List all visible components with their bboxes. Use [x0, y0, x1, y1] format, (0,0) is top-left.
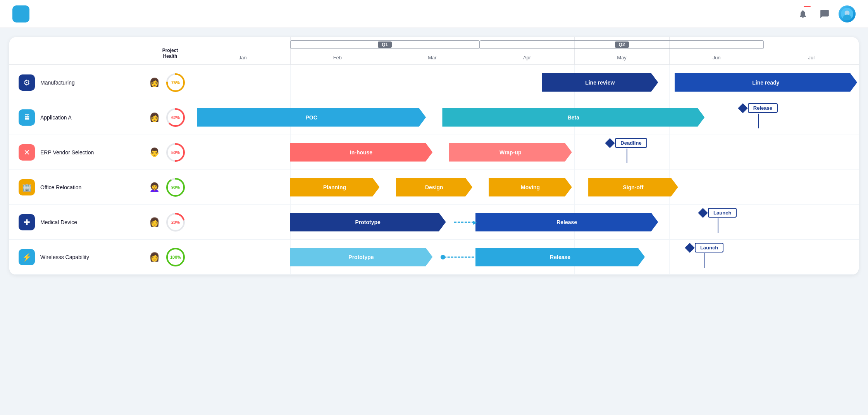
health-value-application-a: 62% — [171, 115, 180, 120]
health-circle-medical-device: 20% — [165, 212, 186, 232]
gantt-header: Q1 Q2 Jan Feb Mar Apr May Jun Jul — [195, 37, 859, 65]
projects-column: ProjectHealth ⚙ Manufacturing 👩 75% 🖥 Ap… — [9, 37, 195, 275]
project-icon-wireless: ⚡ — [19, 249, 35, 265]
gantt-bar-wireless-prototype[interactable]: Prototype — [290, 248, 433, 266]
gantt-bar-erp-vendor-in-house[interactable]: In-house — [290, 143, 433, 162]
milestone-diamond-medical-device — [698, 208, 708, 218]
header-actions — [795, 5, 856, 22]
month-jan: Jan — [195, 55, 290, 61]
notification-button[interactable] — [795, 6, 811, 22]
milestone-erp-vendor: Deadline — [606, 138, 647, 163]
user-avatar[interactable] — [839, 5, 856, 22]
q2-label: Q2 — [615, 42, 629, 48]
project-icon-office-relocation: 🏢 — [19, 179, 35, 195]
gantt-row-wireless: PrototypeRelease Launch — [195, 240, 859, 275]
project-name-office-relocation: Office Relocation — [40, 184, 148, 190]
health-value-office-relocation: 90% — [171, 185, 180, 190]
gantt-bar-application-a-poc[interactable]: POC — [197, 108, 426, 127]
main-content: ProjectHealth ⚙ Manufacturing 👩 75% 🖥 Ap… — [0, 28, 868, 284]
app-logo — [12, 5, 29, 22]
month-mar: Mar — [385, 55, 480, 61]
project-row-manufacturing: ⚙ Manufacturing 👩 75% — [9, 65, 195, 100]
project-name-medical-device: Medical Device — [40, 219, 148, 225]
milestone-label-row-erp-vendor: Deadline — [606, 138, 647, 148]
project-name-application-a: Application A — [40, 114, 148, 121]
milestone-wireless: Launch — [686, 243, 723, 268]
gantt-row-erp-vendor: In-houseWrap-up Deadline — [195, 135, 859, 170]
project-row-medical-device: ✚ Medical Device 👩 20% — [9, 205, 195, 240]
notification-badge — [804, 6, 811, 7]
project-avatar-erp-vendor: 👨 — [148, 146, 161, 159]
milestone-text-application-a: Release — [748, 103, 778, 113]
milestone-text-erp-vendor: Deadline — [615, 138, 647, 148]
avatar-image — [841, 8, 853, 20]
milestone-label-row-wireless: Launch — [686, 243, 723, 252]
gantt-bar-office-relocation-moving[interactable]: Moving — [489, 178, 572, 197]
dashed-connector-medical-device: ▶ — [454, 221, 474, 223]
milestone-line-wireless — [704, 253, 705, 268]
milestone-application-a: Release — [739, 103, 778, 128]
health-value-manufacturing: 75% — [171, 80, 180, 85]
milestone-label-row-medical-device: Launch — [699, 208, 737, 218]
month-jul: Jul — [764, 55, 859, 61]
gantt-bar-manufacturing-line-review[interactable]: Line review — [542, 73, 658, 92]
gantt-row-manufacturing: Line reviewLine ready — [195, 65, 859, 100]
month-jun: Jun — [669, 55, 764, 61]
gantt-bar-office-relocation-sign-off[interactable]: Sign-off — [588, 178, 678, 197]
project-icon-manufacturing: ⚙ — [19, 74, 35, 91]
health-circle-wireless: 100% — [165, 247, 186, 267]
projects-header: ProjectHealth — [9, 37, 195, 65]
health-value-medical-device: 20% — [171, 220, 180, 225]
project-row-application-a: 🖥 Application A 👩 62% — [9, 100, 195, 135]
milestone-diamond-erp-vendor — [605, 138, 615, 148]
project-row-erp-vendor: ✕ ERP Vendor Selection 👨 50% — [9, 135, 195, 170]
health-circle-manufacturing: 75% — [165, 73, 186, 93]
project-icon-medical-device: ✚ — [19, 214, 35, 230]
health-value-erp-vendor: 50% — [171, 150, 180, 155]
gantt-row-medical-device: PrototypeRelease▶ Launch — [195, 205, 859, 240]
gantt-bar-erp-vendor-wrap-up[interactable]: Wrap-up — [449, 143, 572, 162]
milestone-text-wireless: Launch — [695, 243, 723, 252]
month-feb: Feb — [290, 55, 385, 61]
project-name-erp-vendor: ERP Vendor Selection — [40, 149, 148, 156]
gantt-table: ProjectHealth ⚙ Manufacturing 👩 75% 🖥 Ap… — [9, 37, 859, 275]
chat-icon — [820, 9, 830, 19]
milestone-line-medical-device — [718, 218, 718, 233]
health-col-label: ProjectHealth — [155, 48, 186, 60]
portfolio-card: ProjectHealth ⚙ Manufacturing 👩 75% 🖥 Ap… — [9, 37, 859, 275]
milestone-label-row-application-a: Release — [739, 103, 778, 113]
milestone-line-erp-vendor — [627, 149, 627, 163]
month-may: May — [574, 55, 669, 61]
milestone-line-application-a — [758, 114, 759, 128]
project-name-wireless: Wirelesss Capability — [40, 254, 148, 260]
health-circle-office-relocation: 90% — [165, 177, 186, 197]
gantt-bar-manufacturing-line-ready[interactable]: Line ready — [675, 73, 857, 92]
gantt-rows: Line reviewLine readyPOCBeta Release In-… — [195, 65, 859, 275]
chat-button[interactable] — [817, 6, 832, 22]
project-row-office-relocation: 🏢 Office Relocation 👩‍🦱 90% — [9, 170, 195, 205]
project-icon-erp-vendor: ✕ — [19, 144, 35, 161]
gantt-bar-office-relocation-planning[interactable]: Planning — [290, 178, 380, 197]
q1-label: Q1 — [378, 42, 392, 48]
dashed-line-wireless — [441, 256, 474, 258]
project-row-wireless: ⚡ Wirelesss Capability 👩 100% — [9, 240, 195, 275]
health-circle-erp-vendor: 50% — [165, 142, 186, 163]
gantt-row-application-a: POCBeta Release — [195, 100, 859, 135]
milestone-diamond-application-a — [738, 103, 747, 113]
dot-connector-wireless — [441, 255, 445, 259]
month-apr: Apr — [480, 55, 575, 61]
gantt-bar-medical-device-release[interactable]: Release — [475, 213, 658, 232]
gantt-row-office-relocation: PlanningDesignMovingSign-off — [195, 170, 859, 205]
bell-icon — [798, 9, 808, 19]
gantt-bar-medical-device-prototype[interactable]: Prototype — [290, 213, 446, 232]
milestone-diamond-wireless — [685, 243, 694, 252]
project-name-manufacturing: Manufacturing — [40, 80, 148, 86]
gantt-bar-wireless-release[interactable]: Release — [475, 248, 645, 266]
gantt-bar-office-relocation-design[interactable]: Design — [396, 178, 472, 197]
gantt-bar-application-a-beta[interactable]: Beta — [442, 108, 704, 127]
milestone-medical-device: Launch — [699, 208, 737, 233]
projects-list: ⚙ Manufacturing 👩 75% 🖥 Application A 👩 … — [9, 65, 195, 275]
gantt-column: Q1 Q2 Jan Feb Mar Apr May Jun Jul Line r… — [195, 37, 859, 275]
project-avatar-application-a: 👩 — [148, 111, 161, 124]
app-header — [0, 0, 868, 28]
